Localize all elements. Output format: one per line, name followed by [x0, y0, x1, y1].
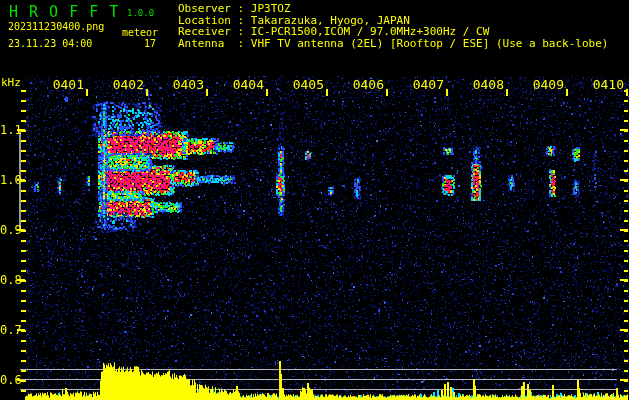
app-version: 1.0.0 [127, 8, 154, 18]
time-tick-label-0408: 0408 [472, 77, 504, 92]
freq-tick-label-1.1: 1.1 [0, 123, 17, 137]
time-tick-label-0406: 0406 [352, 77, 384, 92]
hrofft-screen: H R O F F T 1.0.0 202311230400.png meteo… [0, 0, 629, 400]
freq-tick-label-1.0: 1.0 [0, 173, 17, 187]
output-filename: 202311230400.png [8, 21, 104, 32]
time-tick-label-0409: 0409 [532, 77, 564, 92]
meteor-count: 17 [120, 38, 156, 49]
spectrogram-canvas [0, 0, 629, 400]
time-tick-label-0401: 0401 [52, 77, 84, 92]
station-info-line-2: Receiver : IC-PCR1500,ICOM / 97.0MHz+300… [178, 26, 608, 38]
time-tick-label-0410: 0410 [592, 77, 624, 92]
time-tick-label-0403: 0403 [172, 77, 204, 92]
freq-tick-label-0.8: 0.8 [0, 273, 17, 287]
freq-tick-label-0.6: 0.6 [0, 373, 17, 387]
time-tick-label-0402: 0402 [112, 77, 144, 92]
freq-tick-label-0.9: 0.9 [0, 223, 17, 237]
freq-axis-unit: kHz [1, 76, 21, 89]
freq-tick-label-0.7: 0.7 [0, 323, 17, 337]
mode-label: meteor [122, 27, 158, 38]
station-info-block: Observer : JP3TOZLocation : Takarazuka, … [178, 3, 608, 49]
time-tick-label-0405: 0405 [292, 77, 324, 92]
datetime-label: 23.11.23 04:00 [8, 38, 92, 49]
app-title: H R O F F T [9, 3, 119, 21]
station-info-line-0: Observer : JP3TOZ [178, 3, 608, 15]
station-info-line-3: Antenna : VHF TV antenna (2EL) [Rooftop … [178, 38, 608, 50]
time-tick-label-0407: 0407 [412, 77, 444, 92]
time-tick-label-0404: 0404 [232, 77, 264, 92]
